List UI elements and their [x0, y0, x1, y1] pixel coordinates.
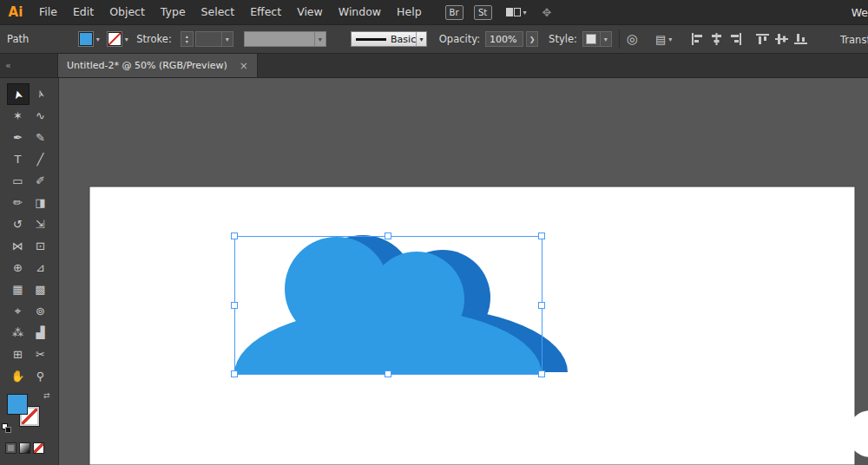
tool-hand[interactable]: ✋ — [7, 365, 30, 387]
handle-top-center[interactable] — [385, 233, 391, 239]
tool-shape-builder[interactable]: ⊕ — [7, 257, 30, 278]
tool-line-segment[interactable]: ╱ — [30, 148, 52, 170]
graphic-style-chip — [586, 34, 596, 44]
document-tab-title: Untitled-2* @ 50% (RGB/Preview) — [67, 60, 227, 71]
tool-rectangle[interactable]: ▭ — [7, 170, 30, 192]
none-mode-button[interactable] — [33, 442, 44, 454]
canvas[interactable] — [59, 78, 868, 465]
swap-fill-stroke-icon[interactable]: ⇄ — [43, 391, 50, 400]
tool-artboard[interactable]: ⊞ — [7, 344, 30, 365]
tool-zoom[interactable]: ⚲ — [30, 365, 52, 387]
handle-bottom-right[interactable] — [539, 371, 545, 377]
handle-top-left[interactable] — [232, 233, 238, 239]
tool-magic-wand[interactable]: ✶ — [7, 105, 30, 127]
tool-eraser[interactable]: ◨ — [30, 192, 52, 213]
tool-type[interactable]: T — [7, 148, 30, 170]
fill-swatch[interactable] — [7, 394, 28, 415]
close-tab-icon[interactable]: × — [240, 60, 248, 72]
fill-stroke-controls: ⇄ — [0, 390, 58, 441]
menu-help[interactable]: Help — [389, 0, 430, 24]
opacity-dropdown[interactable]: 100% — [485, 31, 523, 47]
tools-grid: ➤ ➢ ✶ ∿ ✒ ✎ T ╱ ▭ ✐ ✏ ◨ ↺ ⇲ ⋈ ⊡ ⊕ ⊿ ▦ ▩ … — [0, 83, 58, 387]
tool-column-graph[interactable]: ▟ — [30, 322, 52, 344]
tool-gradient[interactable]: ▩ — [30, 278, 52, 300]
horizontal-align-left-icon[interactable] — [691, 33, 704, 45]
handle-middle-right[interactable] — [539, 302, 545, 308]
horizontal-align-center-icon[interactable] — [710, 33, 723, 45]
stroke-color-control[interactable]: ▾ — [108, 32, 131, 46]
handle-bottom-left[interactable] — [232, 371, 238, 377]
default-fill-stroke-icon[interactable] — [2, 423, 12, 434]
fill-color-control[interactable]: ▾ — [79, 32, 102, 46]
color-mode-button[interactable] — [5, 442, 16, 454]
fill-color-swatch[interactable] — [79, 32, 93, 46]
control-bar: Path ▾ ▾ Stroke: ▴ ▾ ▾ ▾ Basic ▾ Opacity… — [0, 24, 868, 54]
tab-spacer — [17, 54, 57, 77]
handle-bottom-center[interactable] — [385, 371, 391, 377]
vertical-align-bottom-icon[interactable] — [794, 33, 807, 45]
chevron-down-icon[interactable]: ▾ — [600, 32, 611, 46]
menu-file[interactable]: File — [31, 0, 65, 24]
stroke-color-swatch[interactable] — [108, 32, 122, 46]
tool-shaper[interactable]: ✏ — [7, 192, 30, 213]
tools-panel: ➤ ➢ ✶ ∿ ✒ ✎ T ╱ ▭ ✐ ✏ ◨ ↺ ⇲ ⋈ ⊡ ⊕ ⊿ ▦ ▩ … — [0, 78, 59, 465]
separator — [619, 29, 620, 49]
tool-direct-selection[interactable]: ➢ — [30, 83, 52, 105]
tool-blend[interactable]: ⊚ — [30, 300, 52, 322]
handle-middle-left[interactable] — [232, 302, 238, 308]
stepper-down-icon[interactable]: ▾ — [186, 39, 188, 44]
menu-object[interactable]: Object — [102, 0, 153, 24]
tool-paintbrush[interactable]: ✐ — [30, 170, 52, 192]
recolor-artwork-icon[interactable]: ◎ — [627, 31, 638, 47]
tool-perspective-grid[interactable]: ⊿ — [30, 257, 52, 278]
tool-mesh[interactable]: ▦ — [7, 278, 30, 300]
chevron-down-icon[interactable]: ▾ — [221, 32, 233, 46]
menu-edit[interactable]: Edit — [65, 0, 102, 24]
tool-rotate[interactable]: ↺ — [7, 213, 30, 235]
horizontal-align-group — [691, 33, 742, 45]
width-profile-dropdown[interactable]: ▾ — [244, 31, 326, 47]
graphic-style-dropdown[interactable]: ▾ — [582, 31, 612, 47]
tool-symbol-sprayer[interactable]: ⁂ — [7, 322, 30, 344]
tool-width[interactable]: ⋈ — [7, 235, 30, 257]
stroke-weight-dropdown[interactable]: ▾ — [195, 31, 233, 47]
vertical-align-top-icon[interactable] — [756, 33, 769, 45]
stock-button[interactable]: St — [474, 5, 492, 20]
chevron-down-icon[interactable]: ▾ — [416, 32, 426, 46]
bridge-button[interactable]: Br — [445, 5, 464, 20]
tool-lasso[interactable]: ∿ — [30, 105, 52, 127]
menu-type[interactable]: Type — [153, 0, 194, 24]
default-stroke-chip — [5, 427, 11, 433]
document-tab[interactable]: Untitled-2* @ 50% (RGB/Preview) × — [57, 54, 258, 77]
tool-pen[interactable]: ✒ — [7, 127, 30, 148]
tool-eyedropper[interactable]: ⌖ — [7, 300, 30, 322]
chevron-down-icon[interactable]: ▾ — [314, 32, 326, 46]
brush-definition-dropdown[interactable]: Basic ▾ — [351, 31, 427, 47]
gpu-performance-icon[interactable]: ✥ — [542, 6, 552, 19]
chevron-down-icon[interactable]: ▾ — [122, 36, 131, 43]
tool-slice[interactable]: ✂ — [30, 344, 52, 365]
stroke-weight-stepper[interactable]: ▴ ▾ — [181, 31, 194, 47]
gradient-mode-button[interactable] — [19, 442, 30, 454]
menu-window[interactable]: Window — [331, 0, 389, 24]
tool-scale[interactable]: ⇲ — [30, 213, 52, 235]
app-logo: Ai — [0, 4, 31, 20]
tool-selection[interactable]: ➤ — [7, 83, 30, 105]
horizontal-align-right-icon[interactable] — [729, 33, 742, 45]
opacity-options-button[interactable]: ❯ — [526, 31, 538, 47]
menu-select[interactable]: Select — [194, 0, 243, 24]
menu-effect[interactable]: Effect — [242, 0, 289, 24]
chevron-down-icon: ▾ — [668, 36, 672, 43]
transform-panel-label[interactable]: Transform — [840, 25, 868, 54]
arrange-documents-button[interactable]: ▾ — [506, 8, 527, 16]
vertical-align-center-icon[interactable] — [775, 33, 788, 45]
document-options-control[interactable]: ▤ ▾ — [655, 33, 672, 46]
tool-free-transform[interactable]: ⊡ — [30, 235, 52, 257]
menu-view[interactable]: View — [289, 0, 331, 24]
tool-curvature[interactable]: ✎ — [30, 127, 52, 148]
chevron-down-icon[interactable]: ▾ — [93, 36, 102, 43]
handle-top-right[interactable] — [539, 233, 545, 239]
selection-arrow-icon: ➤ — [6, 88, 30, 102]
brush-stroke-preview — [356, 38, 386, 41]
collapse-panel-icon[interactable]: « — [0, 54, 17, 77]
